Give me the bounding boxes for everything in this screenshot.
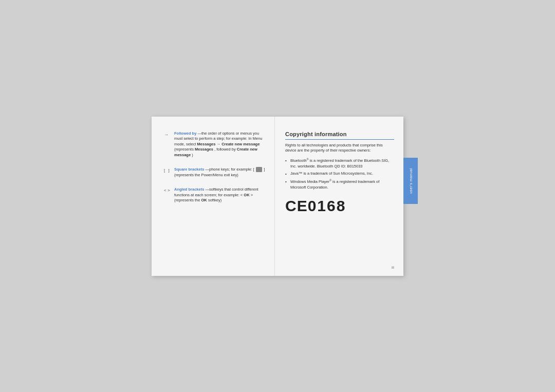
copyright-title: Copyright information bbox=[285, 131, 394, 140]
left-column: → Followed by —the order of options or m… bbox=[152, 117, 275, 276]
side-tab: user's manual bbox=[403, 158, 418, 204]
bracket-symbol: [ ] bbox=[164, 167, 174, 178]
angled-brackets-text3: softkey) bbox=[208, 198, 221, 202]
copyright-section: Copyright information Rights to all tech… bbox=[285, 131, 394, 215]
entry-followed-by: → Followed by —the order of options or m… bbox=[164, 131, 265, 158]
entry-square-brackets: [ ] Square brackets —phone keys; for exa… bbox=[164, 167, 265, 178]
bluetooth-sup: ® bbox=[307, 158, 309, 161]
copyright-intro: Rights to all technologies and products … bbox=[285, 143, 394, 154]
square-brackets-title: Square brackets bbox=[174, 167, 204, 172]
power-key-icon bbox=[256, 167, 262, 172]
page-container: user's manual → Followed by —the order o… bbox=[152, 117, 403, 276]
windows-text: Windows Media Player® is a registered tr… bbox=[290, 179, 379, 190]
ok-bold2: OK bbox=[201, 198, 207, 202]
bullet-bluetooth: Bluetooth® is a registered trademark of … bbox=[285, 158, 394, 170]
followed-by-content: Followed by —the order of options or men… bbox=[174, 131, 265, 158]
bluetooth-text: Bluetooth® is a registered trademark of … bbox=[290, 158, 389, 169]
followed-by-title: Followed by bbox=[174, 131, 196, 136]
page-number: iii bbox=[392, 265, 394, 270]
square-brackets-text1: —phone keys; for example: [ bbox=[205, 167, 254, 172]
ce-mark: CE0168 bbox=[285, 197, 394, 215]
messages-bold: Messages bbox=[195, 147, 213, 152]
angled-brackets-title: Angled brackets bbox=[174, 187, 204, 192]
followed-by-paren: ) bbox=[192, 153, 193, 157]
angled-brackets-content: Angled brackets —softkeys that control d… bbox=[174, 187, 265, 203]
messages-path: Messages → Create new message bbox=[197, 142, 260, 146]
followed-by-text3: , followed by bbox=[214, 147, 237, 152]
right-column: Copyright information Rights to all tech… bbox=[275, 117, 403, 276]
side-tab-label: user's manual bbox=[409, 168, 413, 194]
entry-angled-brackets: < > Angled brackets —softkeys that contr… bbox=[164, 187, 265, 203]
bullet-list: Bluetooth® is a registered trademark of … bbox=[285, 158, 394, 191]
windows-sup: ® bbox=[329, 179, 331, 182]
ce-mark-text: CE0168 bbox=[285, 197, 346, 215]
ok-bold1: OK bbox=[244, 193, 249, 197]
angle-symbol: < > bbox=[164, 187, 174, 203]
bullet-java: Java™ is a trademark of Sun Microsystems… bbox=[285, 171, 394, 177]
java-text: Java™ is a trademark of Sun Microsystems… bbox=[290, 171, 373, 176]
square-brackets-content: Square brackets —phone keys; for example… bbox=[174, 167, 265, 178]
arrow-symbol: → bbox=[164, 131, 174, 158]
bullet-windows: Windows Media Player® is a registered tr… bbox=[285, 179, 394, 191]
followed-by-text2: (represents bbox=[174, 147, 195, 152]
